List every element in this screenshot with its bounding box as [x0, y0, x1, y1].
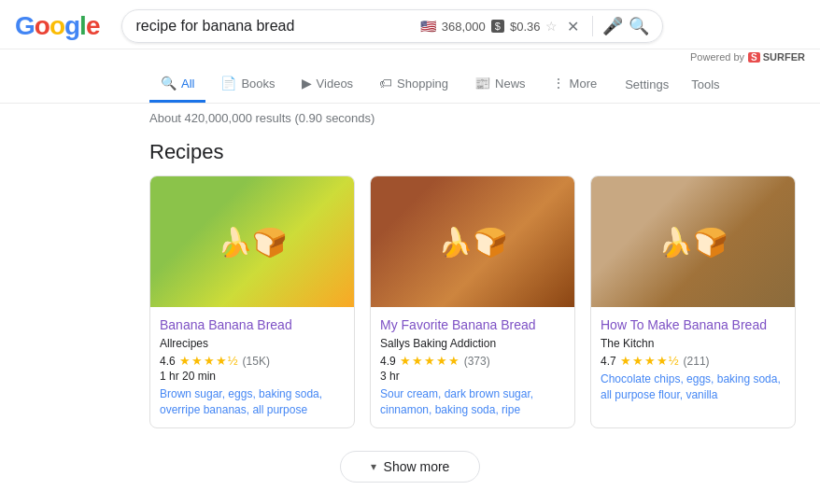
tab-videos[interactable]: ▶ Videos: [290, 66, 365, 103]
surfer-logo: S SURFER: [748, 51, 805, 63]
search-submit-icon[interactable]: 🔍: [629, 16, 649, 36]
tab-all[interactable]: 🔍 All: [149, 66, 205, 103]
stars-1: ★★★★½: [179, 354, 239, 368]
show-more-button[interactable]: ▾ Show more: [340, 451, 481, 483]
search-input[interactable]: [135, 18, 412, 35]
tab-news[interactable]: 📰 News: [463, 66, 537, 103]
rating-value-1: 4.6: [160, 355, 176, 368]
all-icon: 🔍: [161, 76, 177, 91]
powered-by-text: Powered by: [690, 51, 744, 63]
bookmark-icon[interactable]: ☆: [545, 19, 558, 34]
divider: [592, 16, 593, 36]
rating-count-1: (15K): [243, 355, 270, 368]
clear-icon[interactable]: ✕: [563, 18, 583, 35]
surfer-bar: Powered by S SURFER: [0, 49, 820, 66]
results-info: About 420,000,000 results (0.90 seconds): [0, 104, 820, 133]
recipe-source-1: Allrecipes: [160, 337, 345, 350]
recipe-image-2: 🍌🍞: [371, 176, 574, 307]
stars-3: ★★★★½: [620, 354, 680, 368]
tab-news-label: News: [495, 77, 526, 91]
recipe-source-2: Sallys Baking Addiction: [380, 337, 565, 350]
recipe-title-3[interactable]: How To Make Banana Bread: [601, 316, 785, 333]
mic-icon[interactable]: 🎤: [602, 16, 623, 36]
recipe-ingredients-3[interactable]: Chocolate chips, eggs, baking soda, all …: [601, 371, 785, 403]
recipe-rating-1: 4.6 ★★★★½ (15K): [160, 354, 345, 368]
chevron-down-icon: ▾: [371, 460, 376, 473]
recipe-card-body-2: My Favorite Banana Bread Sallys Baking A…: [371, 307, 574, 427]
recipe-ingredients-1[interactable]: Brown sugar, eggs, baking soda, overripe…: [160, 386, 345, 418]
recipe-card-3: 🍌🍞 How To Make Banana Bread The Kitchn 4…: [590, 175, 796, 428]
tab-more-label: More: [570, 77, 598, 91]
recipe-cards: 🍌🍞 Banana Banana Bread Allrecipes 4.6 ★★…: [149, 175, 671, 428]
recipe-card-2: 🍌🍞 My Favorite Banana Bread Sallys Bakin…: [370, 175, 575, 428]
surfer-brand: SURFER: [763, 51, 805, 63]
tab-all-label: All: [181, 77, 194, 91]
recipe-card-1: 🍌🍞 Banana Banana Bread Allrecipes 4.6 ★★…: [149, 175, 355, 428]
tools-link[interactable]: Tools: [682, 68, 728, 101]
more-icon: ⋮: [552, 76, 565, 91]
tab-videos-label: Videos: [317, 77, 354, 91]
search-box: 🇺🇸 368,000 $ $0.36 ☆ ✕ 🎤 🔍: [121, 9, 663, 43]
nav-right: Settings Tools: [615, 68, 728, 101]
settings-link[interactable]: Settings: [615, 68, 678, 101]
tab-books[interactable]: 📄 Books: [209, 66, 286, 103]
rating-count-2: (373): [464, 355, 490, 368]
recipe-card-body-1: Banana Banana Bread Allrecipes 4.6 ★★★★½…: [150, 307, 354, 427]
rating-value-3: 4.7: [601, 355, 616, 368]
tab-books-label: Books: [241, 77, 275, 91]
recipe-source-3: The Kitchn: [601, 337, 785, 350]
tab-more[interactable]: ⋮ More: [541, 66, 609, 103]
search-meta: 🇺🇸 368,000 $ $0.36 ☆ ✕ 🎤 🔍: [420, 16, 650, 36]
recipe-image-1: 🍌🍞: [150, 176, 354, 307]
recipe-title-2[interactable]: My Favorite Banana Bread: [380, 316, 565, 333]
surfer-s-icon: S: [748, 52, 760, 63]
recipes-section: Recipes 🍌🍞 Banana Banana Bread Allrecipe…: [0, 133, 820, 440]
result-count: 368,000: [442, 20, 486, 34]
results-count-text: About 420,000,000 results (0.90 seconds): [149, 111, 375, 125]
recipe-title-1[interactable]: Banana Banana Bread: [160, 316, 345, 333]
recipes-title: Recipes: [149, 140, 671, 164]
recipe-time-2: 3 hr: [380, 370, 565, 383]
videos-icon: ▶: [302, 76, 312, 91]
recipe-rating-3: 4.7 ★★★★½ (211): [601, 354, 785, 368]
flag-icon: 🇺🇸: [420, 19, 436, 34]
recipe-ingredients-2[interactable]: Sour cream, dark brown sugar, cinnamon, …: [380, 386, 565, 418]
books-icon: 📄: [220, 76, 236, 91]
google-logo: Google: [15, 11, 99, 41]
shopping-icon: 🏷: [379, 76, 392, 91]
recipe-image-3: 🍌🍞: [591, 176, 795, 307]
recipe-rating-2: 4.9 ★★★★★ (373): [380, 354, 565, 368]
stars-2: ★★★★★: [400, 354, 460, 368]
tab-shopping[interactable]: 🏷 Shopping: [368, 66, 459, 103]
rating-value-2: 4.9: [380, 355, 396, 368]
cpc-value: $0.36: [510, 20, 541, 34]
nav-tabs: 🔍 All 📄 Books ▶ Videos 🏷 Shopping 📰 News…: [0, 66, 820, 104]
cpc-badge: $: [491, 20, 504, 33]
show-more-label: Show more: [384, 459, 450, 474]
show-more-wrapper: ▾ Show more: [0, 440, 820, 486]
header: Google 🇺🇸 368,000 $ $0.36 ☆ ✕ 🎤 🔍: [0, 0, 820, 49]
recipe-time-1: 1 hr 20 min: [160, 370, 345, 383]
news-icon: 📰: [474, 76, 490, 91]
rating-count-3: (211): [684, 355, 710, 368]
tab-shopping-label: Shopping: [397, 77, 448, 91]
recipe-card-body-3: How To Make Banana Bread The Kitchn 4.7 …: [591, 307, 795, 413]
